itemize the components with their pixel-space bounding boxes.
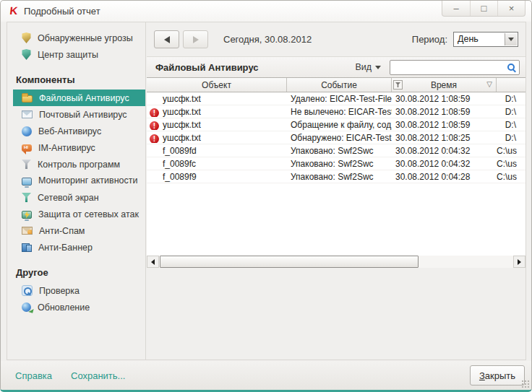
column-label: Объект xyxy=(202,80,231,90)
sort-descending-icon[interactable]: ▽ xyxy=(486,81,492,88)
column-header-event[interactable]: Событие xyxy=(287,78,392,92)
sidebar-item-label: Почтовый Антивирус xyxy=(39,110,127,120)
search-icon[interactable] xyxy=(507,63,516,72)
path-cell: D:\ xyxy=(497,94,525,104)
folder-icon xyxy=(22,95,33,103)
threat-shield-icon xyxy=(22,32,31,43)
sidebar-item-protection-center[interactable]: Центр защиты xyxy=(13,46,145,63)
time-cell: 30.08.2012 1:08:25 xyxy=(392,133,497,143)
filter-icon[interactable] xyxy=(393,80,403,90)
arrow-right-icon xyxy=(193,36,199,43)
chevron-down-icon xyxy=(375,66,381,69)
report-table: ушсфк.txt Удалено: EICAR-Test-File 30.08… xyxy=(147,92,525,256)
sidebar-item-label: Обнаруженные угрозы xyxy=(38,33,133,43)
current-date-label: Сегодня, 30.08.2012 xyxy=(223,34,312,45)
banner-icon xyxy=(22,243,32,252)
table-row[interactable]: ушсфк.txt Не вылечено: EICAR-Test-... 30… xyxy=(147,105,525,118)
path-cell: C:\us xyxy=(497,146,525,156)
event-cell: Обнаружено: EICAR-Test-... xyxy=(287,133,392,143)
scroll-right-button[interactable] xyxy=(513,256,525,268)
report-content: Сегодня, 30.08.2012 Период: День Файловы… xyxy=(147,22,525,360)
time-cell: 30.08.2012 1:08:59 xyxy=(392,107,497,117)
sidebar-item-mail-antivirus[interactable]: Почтовый Антивирус xyxy=(13,106,145,123)
object-cell: ушсфк.txt xyxy=(163,133,201,143)
path-cell: D:\ xyxy=(497,107,525,117)
close-button[interactable]: Закрыть xyxy=(470,365,525,386)
period-dropdown[interactable]: День xyxy=(453,32,518,47)
sidebar-item-detected-threats[interactable]: Обнаруженные угрозы xyxy=(13,30,145,46)
time-cell: 30.08.2012 0:04:28 xyxy=(392,172,497,182)
sidebar-item-network-attack-blocker[interactable]: Защита от сетевых атак xyxy=(13,206,145,222)
table-row[interactable]: ушсфк.txt Удалено: EICAR-Test-File 30.08… xyxy=(147,92,525,105)
time-cell: 30.08.2012 0:04:32 xyxy=(392,146,497,156)
kaspersky-logo-icon: K xyxy=(7,5,20,17)
sidebar-item-anti-banner[interactable]: Анти-Баннер xyxy=(13,239,145,256)
event-cell: Не вылечено: EICAR-Test-... xyxy=(287,107,392,117)
event-cell: Упаковано: Swf2Swc xyxy=(287,159,392,169)
network-attack-icon xyxy=(22,211,32,219)
sidebar-item-web-antivirus[interactable]: Веб-Антивирус xyxy=(13,123,145,139)
report-section-header: Файловый Антивирус Вид xyxy=(147,56,525,77)
dropdown-button[interactable] xyxy=(505,33,517,45)
object-cell: ушсфк.txt xyxy=(163,120,201,130)
event-cell: Упаковано: Swf2Swc xyxy=(287,172,392,182)
magnifier-icon xyxy=(22,285,33,296)
resize-grip[interactable] xyxy=(521,380,530,388)
window-controls: – □ × xyxy=(442,1,525,17)
table-row[interactable]: ушсфк.txt Обращение к файлу, сод... 30.0… xyxy=(147,118,525,131)
table-row[interactable]: f_0089f9 Упаковано: Swf2Swc 30.08.2012 0… xyxy=(147,170,525,183)
arrow-left-icon xyxy=(151,259,155,265)
view-menu-button[interactable]: Вид xyxy=(355,62,381,72)
close-window-button[interactable]: × xyxy=(497,1,525,16)
title-bar[interactable]: K Подробный отчет – □ × xyxy=(1,1,531,22)
object-cell: f_0089fd xyxy=(163,146,197,156)
sidebar-item-label: Анти-Баннер xyxy=(38,243,93,253)
object-cell: ушсфк.txt xyxy=(163,94,201,104)
window-title: Подробный отчет xyxy=(24,1,100,22)
error-icon xyxy=(150,108,159,117)
help-link[interactable]: Справка xyxy=(15,370,52,381)
sidebar-item-label: Сетевой экран xyxy=(38,193,99,203)
sidebar-item-update[interactable]: Обновление xyxy=(13,299,145,315)
sidebar-item-application-control[interactable]: Контроль программ xyxy=(13,156,145,173)
sidebar-item-anti-spam[interactable]: Анти-Спам xyxy=(13,222,145,239)
spam-envelope-icon xyxy=(22,227,33,235)
sidebar-item-label: Веб-Антивирус xyxy=(38,126,101,136)
sidebar-item-label: Файловый Антивирус xyxy=(39,93,129,103)
sidebar-item-firewall[interactable]: Сетевой экран xyxy=(13,189,145,206)
time-cell: 30.08.2012 1:08:59 xyxy=(392,94,497,104)
next-day-button[interactable] xyxy=(183,30,208,48)
protection-shield-icon xyxy=(22,49,31,60)
sidebar-item-im-antivirus[interactable]: IM-Антивирус xyxy=(13,139,145,156)
column-header-time[interactable]: Время ▽ xyxy=(392,78,497,92)
main-panel: Обнаруженные угрозы Центр защиты Компоне… xyxy=(7,22,526,360)
envelope-icon xyxy=(22,110,33,118)
path-cell: D:\ xyxy=(497,133,525,143)
horizontal-scrollbar[interactable] xyxy=(147,256,525,268)
table-row[interactable]: f_0089fd Упаковано: Swf2Swc 30.08.2012 0… xyxy=(147,144,525,157)
arrow-left-icon xyxy=(164,36,170,43)
minimize-button[interactable]: – xyxy=(442,1,470,16)
scrollbar-thumb[interactable] xyxy=(160,256,419,268)
scroll-left-button[interactable] xyxy=(147,256,159,268)
search-input[interactable] xyxy=(390,60,520,75)
sidebar-item-scan[interactable]: Проверка xyxy=(13,282,145,299)
update-globe-icon xyxy=(22,302,31,312)
sidebar-item-activity-monitoring[interactable]: Мониторинг активности xyxy=(13,173,145,189)
maximize-button[interactable]: □ xyxy=(470,1,497,16)
time-cell: 30.08.2012 0:04:32 xyxy=(392,159,497,169)
sidebar-item-file-antivirus[interactable]: Файловый Антивирус xyxy=(13,90,145,106)
period-label: Период: xyxy=(412,34,447,45)
monitor-icon xyxy=(22,178,32,186)
table-row[interactable]: ушсфк.txt Обнаружено: EICAR-Test-... 30.… xyxy=(147,131,525,144)
column-header-path[interactable] xyxy=(497,78,525,92)
previous-day-button[interactable] xyxy=(154,30,179,48)
table-row[interactable]: f_0089fc Упаковано: Swf2Swc 30.08.2012 0… xyxy=(147,157,525,170)
table-header: Объект Событие Время ▽ xyxy=(147,77,525,92)
column-header-object[interactable]: Объект xyxy=(147,78,287,92)
save-link[interactable]: Сохранить... xyxy=(71,370,125,381)
sidebar-item-label: Обновление xyxy=(38,302,90,313)
funnel-icon xyxy=(22,160,31,169)
sidebar-item-label: Анти-Спам xyxy=(39,226,85,236)
sidebar-item-label: IM-Антивирус xyxy=(38,143,95,153)
